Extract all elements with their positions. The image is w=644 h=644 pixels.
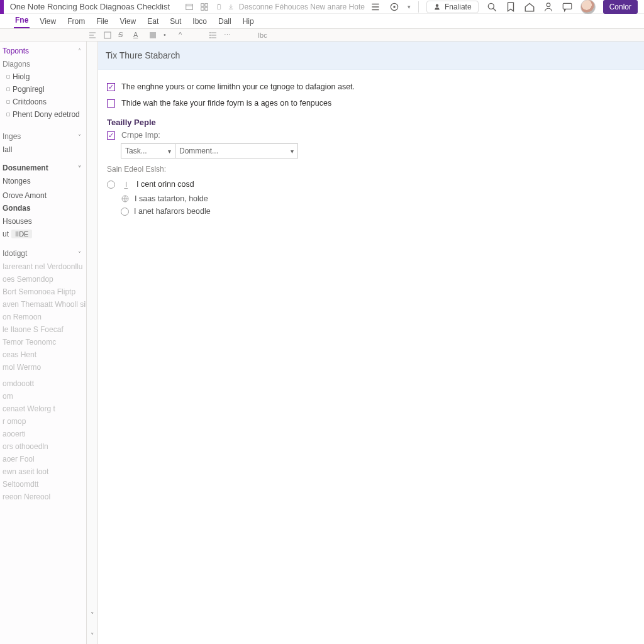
sidebar-section-gondas[interactable]: Gondas — [0, 201, 86, 215]
sidebar-item[interactable]: Criitdoons — [0, 96, 86, 108]
tab-eat[interactable]: Eat — [146, 17, 160, 28]
sidebar-item[interactable]: Pogniregl — [0, 83, 86, 96]
finalize-button[interactable]: Fnaliate — [426, 1, 479, 13]
ribbon-tools: S A • ^ ⋯ Ibc — [0, 29, 644, 42]
radio-row-2: I saas tatarton, holde — [107, 192, 635, 205]
search-hint[interactable]: Desconne Féhouces New anare Hote — [234, 3, 370, 11]
user-icon[interactable] — [543, 1, 554, 13]
title-quick-icons — [176, 3, 209, 11]
sidebar-item[interactable]: Iall — [0, 143, 86, 156]
select-row: Task... ▾ Domment... ▾ — [121, 143, 635, 158]
sidebar-sub-diagons[interactable]: Diagons — [0, 58, 86, 70]
nav-chevron-down[interactable]: ˅ — [91, 632, 94, 640]
tab-hip[interactable]: Hip — [242, 17, 255, 28]
titlebar: One Note Roncing Bock Diagnoas Checklist… — [0, 0, 644, 14]
check-label-1: The enghne yours or come limithn your ce… — [121, 82, 355, 91]
svg-point-19 — [209, 37, 211, 38]
sidebar-section-inges[interactable]: Inges ˅ — [0, 130, 86, 143]
svg-rect-6 — [218, 4, 221, 9]
svg-rect-14 — [563, 3, 572, 9]
sidebar-item-orove[interactable]: Orove Amont — [0, 187, 86, 201]
tab-ibco[interactable]: Ibco — [191, 17, 208, 28]
nav-strip: ˅ ˅ — [87, 42, 98, 644]
tool-align[interactable] — [88, 31, 97, 40]
tool-label: Ibc — [258, 31, 267, 39]
svg-rect-2 — [201, 3, 204, 6]
window-title: One Note Roncing Bock Diagnoas Checklist — [4, 2, 176, 11]
download-icon[interactable] — [228, 1, 234, 13]
checkbox-2[interactable] — [107, 99, 115, 108]
check-label-2: Thide wah the fake your firide foyrn is … — [121, 99, 331, 108]
ribbon-tabs: Fne View From File View Eat Sut Ibco Dal… — [0, 14, 644, 29]
chevron-down-icon: ▾ — [168, 148, 171, 155]
nav-chevron-down[interactable]: ˅ — [91, 611, 94, 619]
home-icon[interactable] — [524, 1, 535, 13]
checkbox-1[interactable] — [107, 83, 115, 91]
primary-action-button[interactable]: Conlor — [603, 0, 638, 14]
page-title-banner: Tix Thure Stabarch — [98, 42, 644, 70]
sidebar: Toponts ˄ Diagons Hiolg Pogniregl Criitd… — [0, 42, 87, 644]
svg-rect-7 — [218, 4, 220, 4]
globe-icon — [121, 194, 130, 203]
chevron-down-icon: ˅ — [78, 165, 81, 172]
tab-dal[interactable]: Dall — [217, 17, 233, 28]
sidebar-tag: IIDE — [11, 230, 32, 238]
select-task[interactable]: Task... ▾ — [121, 143, 175, 158]
tab-file-2[interactable]: File — [95, 17, 109, 28]
tool-box[interactable] — [103, 31, 112, 40]
checkbox-3[interactable] — [107, 131, 115, 140]
sidebar-item[interactable]: Hiolg — [0, 70, 86, 83]
tab-file[interactable]: Fne — [14, 16, 30, 28]
svg-point-17 — [209, 32, 211, 33]
tool-dot[interactable]: • — [164, 31, 172, 40]
chevron-down-icon: ˅ — [78, 250, 81, 257]
radio-1[interactable] — [107, 180, 115, 189]
tab-view-2[interactable]: View — [118, 17, 137, 28]
avatar[interactable] — [580, 0, 596, 14]
tool-s[interactable]: S — [118, 31, 127, 40]
sidebar-section-dosunement[interactable]: Dosunement ˅ — [0, 161, 86, 175]
tab-from[interactable]: From — [66, 17, 86, 28]
tab-sut[interactable]: Sut — [169, 17, 182, 28]
svg-rect-3 — [205, 3, 208, 6]
sidebar-item-tag[interactable]: ut IIDE — [0, 228, 86, 240]
grid-icon[interactable] — [200, 3, 209, 11]
select-domment[interactable]: Domment... ▾ — [175, 143, 298, 158]
chevron-down-icon[interactable]: ▾ — [408, 4, 411, 10]
sidebar-header-label: Idotiggt — [3, 249, 27, 258]
tool-caret[interactable]: ^ — [179, 31, 187, 40]
sidebar-section-idotiggt[interactable]: Idotiggt ˅ — [0, 247, 86, 260]
finalize-label: Fnaliate — [445, 3, 472, 11]
sidebar-item[interactable]: Hsouses — [0, 215, 86, 228]
tool-a[interactable]: A — [133, 31, 142, 40]
radio-row-3: I anet hafarors beodle — [107, 205, 635, 218]
paste-icon[interactable] — [216, 1, 222, 13]
sidebar-header-label: Dosunement — [3, 164, 48, 172]
sidebar-blurred-list: Iarereant nel Verdoonllu oes Semondop Bo… — [0, 260, 86, 503]
sidebar-item[interactable]: Phent Dony edetrod — [0, 108, 86, 121]
sidebar-item[interactable]: Ntonges — [0, 175, 86, 187]
layout-icon[interactable] — [185, 3, 194, 11]
bookmark-icon[interactable] — [505, 1, 516, 13]
tool-more[interactable]: ⋯ — [224, 31, 233, 40]
svg-rect-16 — [150, 32, 156, 38]
tab-view-1[interactable]: View — [38, 17, 57, 28]
svg-rect-4 — [201, 7, 204, 9]
sidebar-section-toponts[interactable]: Toponts ˄ — [0, 44, 86, 58]
muted-label: Sain Edeol Eslsh: — [107, 158, 635, 176]
svg-point-13 — [547, 3, 550, 6]
radio-3[interactable] — [121, 208, 129, 216]
svg-point-10 — [436, 4, 439, 7]
tool-list[interactable] — [209, 31, 218, 40]
sidebar-header-label: Gondas — [3, 204, 31, 213]
menu-icon[interactable] — [370, 1, 381, 13]
radio-label-2: I saas tatarton, holde — [135, 194, 208, 203]
check-label-3: Crnpe Imp: — [121, 131, 160, 140]
tool-fill[interactable] — [148, 31, 157, 40]
settings-target-icon[interactable] — [389, 1, 400, 13]
check-row-2: Thide wah the fake your firide foyrn is … — [107, 95, 635, 111]
search-icon[interactable] — [486, 1, 497, 13]
select-placeholder: Domment... — [179, 147, 218, 155]
chat-icon[interactable] — [562, 1, 573, 13]
svg-point-18 — [209, 35, 211, 36]
